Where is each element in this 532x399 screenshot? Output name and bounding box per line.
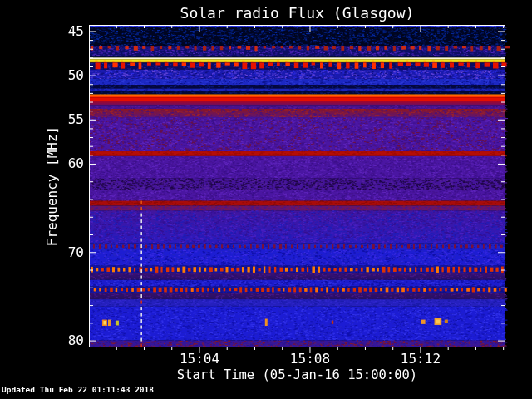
chart-title: Solar radio Flux (Glasgow) [89,4,505,22]
updated-timestamp: Updated Thu Feb 22 01:11:43 2018 [2,385,154,394]
x-axis-title: Start Time (05-Jan-16 15:00:00) [89,367,505,382]
y-tick-label: 50 [47,67,84,83]
y-tick-label: 55 [47,111,84,127]
y-tick-label: 45 [47,23,84,39]
solar-radio-flux-screen: Solar radio Flux (Glasgow) Frequency [MH… [0,0,532,399]
x-tick-label: 15:08 [277,351,343,367]
y-axis-title: Frequency [MHz] [44,126,60,247]
y-tick-label: 60 [47,155,84,171]
y-tick-label: 70 [47,244,84,260]
y-tick-label: 80 [47,332,84,348]
x-tick-label: 15:12 [387,351,454,367]
x-tick-label: 15:04 [166,351,233,367]
